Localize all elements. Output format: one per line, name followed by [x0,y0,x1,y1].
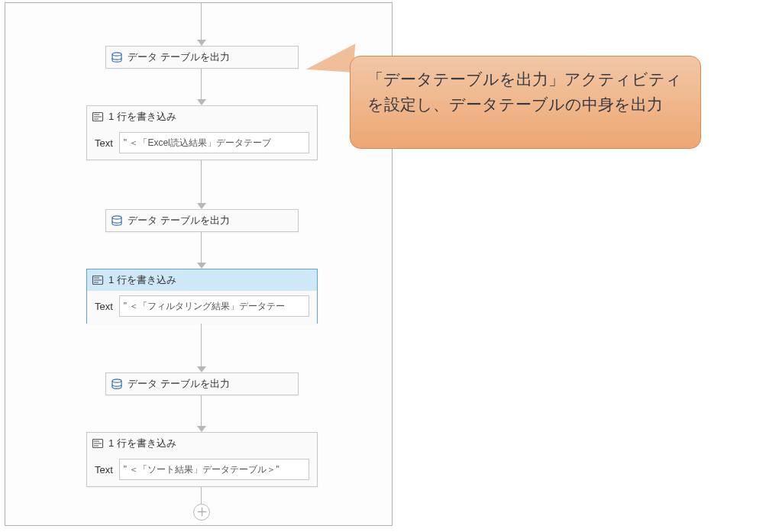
writeline-icon [92,274,104,286]
connector [201,487,202,504]
text-field-label: Text [95,301,113,312]
callout-tail [306,40,355,73]
activity-header: 1 行を書き込み [87,433,317,454]
connector [201,395,202,426]
text-field-input[interactable] [119,132,309,153]
text-field-input[interactable] [119,295,309,317]
activity-write-line-selected[interactable]: 1 行を書き込み Text [86,269,318,324]
connector-arrow [197,263,206,269]
activity-output-data-table[interactable]: データ テーブルを出力 [105,372,299,395]
connector-arrow [197,426,206,432]
text-field-input[interactable] [119,459,309,480]
activity-header: データ テーブルを出力 [106,47,298,68]
connector-arrow [197,366,206,372]
connector [201,324,202,366]
connector-arrow [197,99,206,105]
activity-write-line[interactable]: 1 行を書き込み Text [86,432,318,487]
activity-output-data-table[interactable]: データ テーブルを出力 [105,46,299,69]
connector [201,160,202,203]
callout-text: 「データテーブルを出力」アクティビティを設定し、データテーブルの中身を出力 [367,70,682,113]
datatable-icon [111,214,123,227]
connector [201,232,202,263]
add-activity-button[interactable] [193,504,210,521]
svg-point-4 [112,379,121,382]
activity-title: データ テーブルを出力 [128,50,230,64]
activity-title: 1 行を書き込み [108,110,176,124]
annotation-callout: 「データテーブルを出力」アクティビティを設定し、データテーブルの中身を出力 [350,56,701,149]
connector [201,69,202,99]
activity-header: データ テーブルを出力 [106,210,298,231]
connector-arrow [197,203,206,209]
text-field-label: Text [95,137,113,149]
writeline-icon [92,437,104,450]
activity-title: データ テーブルを出力 [128,377,230,391]
activity-title: データ テーブルを出力 [128,214,230,227]
workflow-canvas[interactable]: データ テーブルを出力 1 行を書き込み Text データ テーブルを出力 [5,2,393,526]
activity-header: データ テーブルを出力 [106,373,298,395]
activity-title: 1 行を書き込み [108,437,176,450]
datatable-icon [111,378,123,390]
activity-header: 1 行を書き込み [87,269,317,291]
activity-write-line[interactable]: 1 行を書き込み Text [86,105,318,160]
text-field-label: Text [95,464,113,476]
writeline-icon [92,111,104,123]
svg-point-0 [112,53,121,56]
datatable-icon [111,51,123,63]
connector [201,3,202,40]
svg-point-2 [112,216,121,219]
activity-header: 1 行を書き込み [87,106,317,127]
activity-output-data-table[interactable]: データ テーブルを出力 [105,209,299,232]
activity-title: 1 行を書き込み [108,273,176,287]
connector-arrow [197,40,206,46]
